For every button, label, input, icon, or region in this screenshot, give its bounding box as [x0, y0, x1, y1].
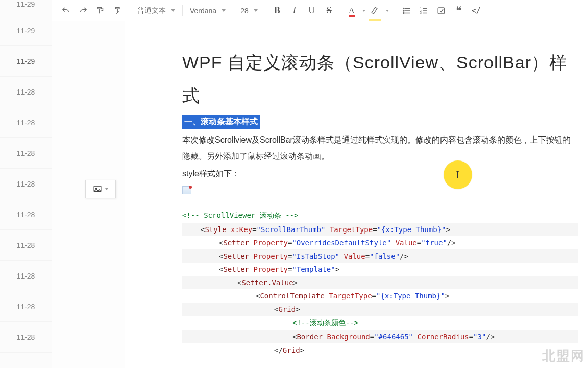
code-line: <Grid>: [182, 303, 578, 316]
editor-surface: WPF 自定义滚动条（ScrollView、ScrollBar）样式 一、滚动条…: [52, 21, 588, 368]
font-color-dropdown[interactable]: [359, 2, 368, 19]
sidebar-item-label: 11-28: [17, 88, 35, 96]
chevron-down-icon: [386, 10, 389, 12]
undo-button[interactable]: [57, 2, 75, 19]
font-size-label: 28: [240, 7, 249, 15]
highlight-button[interactable]: [368, 2, 382, 19]
format-painter-button[interactable]: [92, 2, 109, 19]
sidebar-item-label: 11-28: [17, 149, 35, 157]
bullet-list-button[interactable]: [398, 2, 415, 19]
code-line: <Setter.Value>: [182, 276, 578, 289]
document[interactable]: WPF 自定义滚动条（ScrollView、ScrollBar）样式 一、滚动条…: [125, 21, 588, 368]
font-family-select[interactable]: Verdana: [186, 2, 230, 19]
svg-rect-12: [438, 8, 444, 14]
redo-button[interactable]: [75, 2, 92, 19]
code-line: <ControlTemplate TargetType="{x:Type Thu…: [182, 289, 578, 303]
code-line: <Border Background="#646465" CornerRadiu…: [182, 330, 578, 343]
toolbar-separator: [395, 5, 395, 16]
code-line: <!--滚动条颜色-->: [182, 316, 578, 330]
sidebar-item[interactable]: 11-28: [0, 322, 52, 353]
italic-button[interactable]: I: [286, 2, 303, 19]
svg-point-4: [403, 12, 404, 13]
code-line: <Setter Property="OverridesDefaultStyle"…: [182, 236, 578, 249]
code-line: <Style x:Key="ScrollBarThumb" TargetType…: [182, 223, 578, 236]
sidebar-item[interactable]: 11-28: [0, 199, 52, 230]
sidebar-item-label: 11-28: [17, 303, 35, 311]
sidebar-item[interactable]: 11-29: [0, 46, 52, 77]
code-line: </Grid>: [182, 343, 578, 357]
code-line: <Setter Property="Template">: [182, 263, 578, 276]
document-title: WPF 自定义滚动条（ScrollView、ScrollBar）样式: [182, 46, 578, 112]
sidebar-item-label: 11-28: [17, 241, 35, 249]
sidebar-item[interactable]: 11-28: [0, 261, 52, 291]
numbered-list-button[interactable]: 1 2 3: [415, 2, 433, 19]
sidebar-item[interactable]: 11-29: [0, 0, 52, 15]
underline-button[interactable]: U: [303, 2, 321, 19]
sidebar: 11-2911-2911-2911-2811-2811-2811-2811-28…: [0, 0, 52, 368]
image-icon: [93, 185, 102, 194]
blockquote-button[interactable]: ❝: [450, 2, 468, 19]
sidebar-item-label: 11-28: [17, 211, 35, 219]
block-style-select[interactable]: 普通文本: [133, 2, 179, 19]
sidebar-item-label: 11-29: [17, 27, 35, 35]
sidebar-item[interactable]: 11-29: [0, 15, 52, 46]
sidebar-item[interactable]: 11-28: [0, 77, 52, 107]
chevron-down-icon: [362, 10, 365, 12]
font-color-button[interactable]: A: [345, 2, 359, 19]
section-heading: 一、滚动条基本样式: [182, 115, 260, 129]
strikethrough-button[interactable]: S: [321, 2, 338, 19]
sidebar-item-label: 11-28: [17, 272, 35, 280]
bold-button[interactable]: B: [268, 2, 286, 19]
toolbar-separator: [130, 5, 130, 16]
code-block-button[interactable]: </: [468, 2, 485, 19]
sidebar-item-label: 11-28: [17, 333, 35, 341]
clear-format-button[interactable]: [109, 2, 127, 19]
block-style-label: 普通文本: [137, 6, 166, 15]
sidebar-item-label: 11-28: [17, 180, 35, 188]
app-root: 11-2911-2911-2911-2811-2811-2811-2811-28…: [0, 0, 588, 368]
svg-point-2: [403, 10, 404, 11]
checklist-button[interactable]: [433, 2, 450, 19]
code-line: <!-- ScrollViewer 滚动条 -->: [182, 209, 578, 223]
toolbar-separator: [341, 5, 341, 16]
font-color-icon: A: [349, 6, 355, 15]
toolbar-separator: [182, 5, 183, 16]
sidebar-item-label: 11-29: [17, 57, 35, 65]
chevron-down-icon: [171, 9, 175, 12]
code-line: <Setter Property="IsTabStop" Value="fals…: [182, 249, 578, 263]
code-block: <!-- ScrollViewer 滚动条 --><Style x:Key="S…: [182, 209, 578, 357]
font-size-select[interactable]: 28: [236, 2, 262, 19]
highlighter-icon: [371, 6, 380, 15]
chevron-down-icon: [254, 9, 258, 12]
font-family-label: Verdana: [190, 7, 216, 15]
toolbar-separator: [233, 5, 233, 16]
sidebar-item-label: 11-29: [17, 0, 35, 8]
svg-text:3: 3: [420, 11, 422, 14]
paragraph: style样式如下：: [182, 166, 578, 182]
svg-point-0: [403, 8, 404, 9]
toolbar-separator: [265, 5, 265, 16]
sidebar-item[interactable]: 11-28: [0, 138, 52, 169]
chevron-down-icon: [105, 188, 108, 190]
sidebar-item[interactable]: 11-28: [0, 169, 52, 199]
sidebar-item[interactable]: 11-28: [0, 230, 52, 261]
broken-image-icon: [182, 186, 191, 194]
image-options-popover[interactable]: [85, 180, 116, 198]
editor-panel: 普通文本 Verdana 28 B I U S A: [52, 0, 588, 368]
sidebar-item-label: 11-28: [17, 119, 35, 127]
chevron-down-icon: [222, 9, 226, 12]
editor-gutter: [52, 21, 125, 368]
sidebar-item[interactable]: 11-28: [0, 107, 52, 138]
sidebar-item[interactable]: 11-28: [0, 291, 52, 322]
paragraph: 本次修改Scrollview及ScrollBar滚动条样式是通过纯样式实现的。修…: [182, 132, 578, 165]
highlight-dropdown[interactable]: [382, 2, 391, 19]
toolbar: 普通文本 Verdana 28 B I U S A: [52, 0, 588, 21]
